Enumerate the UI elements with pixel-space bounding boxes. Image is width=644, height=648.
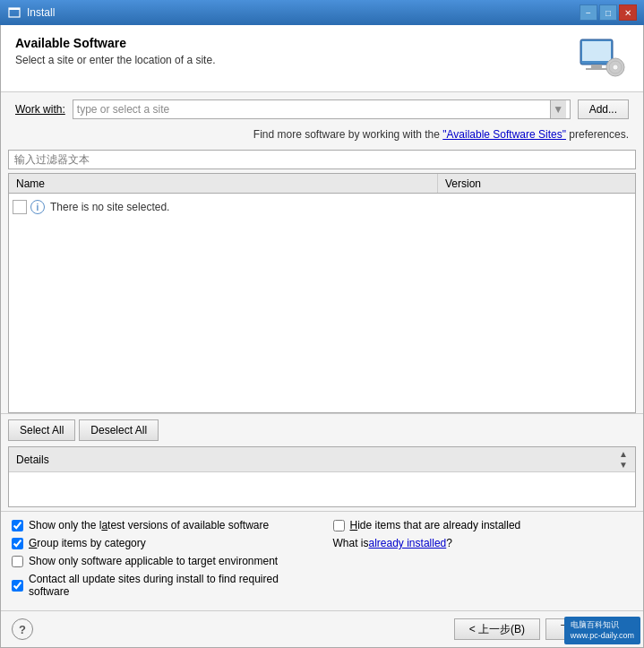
group-category-option: Group items by category bbox=[12, 537, 312, 549]
work-with-label: Work with: bbox=[15, 103, 65, 116]
filter-input[interactable] bbox=[8, 150, 636, 169]
contact-update-checkbox[interactable] bbox=[12, 580, 23, 592]
title-bar-controls: − □ ✕ bbox=[580, 4, 637, 21]
details-header: Details ▲ ▼ bbox=[9, 447, 635, 472]
svg-rect-1 bbox=[9, 8, 20, 10]
filter-row bbox=[1, 146, 643, 173]
hide-installed-label: Hide items that are already installed bbox=[350, 519, 521, 531]
svg-rect-5 bbox=[586, 68, 607, 70]
details-section: Details ▲ ▼ bbox=[8, 446, 636, 507]
contact-update-option: Contact all update sites during install … bbox=[12, 573, 312, 598]
already-installed-suffix: ? bbox=[446, 537, 452, 549]
info-icon: i bbox=[30, 200, 45, 214]
name-column-header: Name bbox=[9, 174, 438, 193]
find-more-suffix: preferences. bbox=[566, 128, 629, 141]
deselect-all-button[interactable]: Deselect All bbox=[79, 419, 159, 441]
show-applicable-checkbox[interactable] bbox=[12, 556, 23, 567]
options-col-left: Show only the latest versions of availab… bbox=[12, 519, 312, 603]
what-is-text: What is bbox=[333, 537, 369, 549]
back-button[interactable]: < 上一步(B) bbox=[454, 618, 540, 640]
show-latest-checkbox[interactable] bbox=[12, 520, 23, 531]
combo-dropdown-arrow[interactable]: ▼ bbox=[550, 100, 566, 118]
find-more-text: Find more software by working with the bbox=[253, 128, 442, 141]
table-row: i There is no site selected. bbox=[9, 197, 635, 217]
watermark: 电脑百科知识 www.pc-daily.com bbox=[564, 617, 640, 644]
select-buttons-row: Select All Deselect All bbox=[1, 413, 643, 446]
software-table: Name Version i There is no site selected… bbox=[8, 173, 636, 413]
title-bar-title: Install bbox=[27, 6, 580, 19]
show-latest-option: Show only the latest versions of availab… bbox=[12, 519, 312, 531]
already-installed-link[interactable]: already installed bbox=[369, 537, 447, 549]
work-with-combo[interactable]: type or select a site ▼ bbox=[73, 99, 571, 119]
details-scrollbar[interactable]: ▲ ▼ bbox=[619, 449, 628, 470]
group-category-checkbox[interactable] bbox=[12, 538, 23, 549]
dialog-subtitle: Select a site or enter the location of a… bbox=[15, 54, 215, 66]
table-body: i There is no site selected. bbox=[9, 194, 635, 412]
no-site-text: There is no site selected. bbox=[50, 201, 169, 213]
work-with-row: Work with: type or select a site ▼ Add..… bbox=[1, 92, 643, 126]
help-button[interactable]: ? bbox=[12, 618, 33, 640]
options-two-col: Show only the latest versions of availab… bbox=[12, 519, 632, 603]
hide-installed-checkbox[interactable] bbox=[333, 520, 345, 531]
dialog-header: Available Software Select a site or ente… bbox=[1, 25, 643, 92]
details-body bbox=[9, 472, 635, 506]
title-bar-icon bbox=[7, 5, 21, 20]
add-button[interactable]: Add... bbox=[578, 99, 629, 119]
minimize-button[interactable]: − bbox=[580, 4, 597, 21]
find-more-row: Find more software by working with the "… bbox=[1, 126, 643, 146]
show-applicable-option: Show only software applicable to target … bbox=[12, 555, 312, 567]
footer: ? < 上一步(B) 下一步(N) > bbox=[1, 610, 643, 647]
hide-installed-option: Hide items that are already installed bbox=[333, 519, 633, 531]
show-applicable-label: Show only software applicable to target … bbox=[29, 555, 278, 567]
maximize-button[interactable]: □ bbox=[599, 4, 617, 21]
header-text: Available Software Select a site or ente… bbox=[15, 36, 215, 66]
details-label: Details bbox=[16, 454, 49, 466]
table-header: Name Version bbox=[9, 174, 635, 194]
select-all-button[interactable]: Select All bbox=[8, 419, 75, 441]
title-bar: Install − □ ✕ bbox=[0, 0, 644, 25]
what-is-installed-row: What is already installed ? bbox=[333, 537, 633, 549]
svg-point-7 bbox=[613, 65, 618, 70]
options-section: Show only the latest versions of availab… bbox=[1, 511, 643, 610]
version-column-header: Version bbox=[438, 174, 635, 193]
contact-update-label: Contact all update sites during install … bbox=[29, 573, 312, 598]
available-software-sites-link[interactable]: "Available Software Sites" bbox=[442, 128, 566, 141]
dialog-title: Available Software bbox=[15, 36, 215, 50]
svg-rect-3 bbox=[582, 41, 611, 61]
group-category-label: Group items by category bbox=[29, 537, 146, 549]
header-icon bbox=[575, 36, 629, 81]
svg-rect-4 bbox=[591, 65, 602, 68]
show-latest-label: Show only the latest versions of availab… bbox=[29, 519, 269, 531]
close-button[interactable]: ✕ bbox=[619, 4, 637, 21]
options-col-right: Hide items that are already installed Wh… bbox=[333, 519, 633, 603]
install-dialog: Available Software Select a site or ente… bbox=[0, 25, 644, 648]
row-checkbox[interactable] bbox=[13, 200, 27, 214]
work-with-placeholder: type or select a site bbox=[77, 103, 169, 116]
